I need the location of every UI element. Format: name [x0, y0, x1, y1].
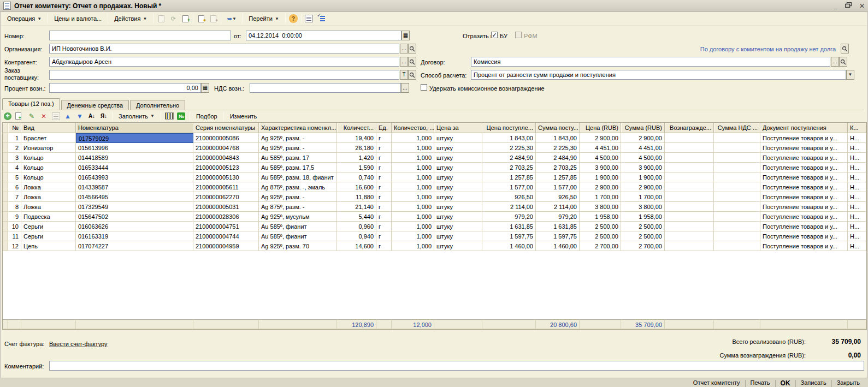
table-cell[interactable]: 1,000	[392, 212, 434, 222]
supplier-order-lookup-button[interactable]	[408, 70, 416, 80]
ok-button[interactable]: OK	[776, 379, 795, 387]
table-cell[interactable]: 11	[8, 231, 21, 241]
table-cell[interactable]: 926,50	[482, 192, 536, 202]
table-cell[interactable]: 2100000004768	[193, 143, 259, 153]
header-cell[interactable]: Вид	[21, 123, 76, 133]
table-cell[interactable]: штуку	[434, 143, 482, 153]
table-cell[interactable]: 1 597,75	[482, 231, 536, 241]
table-cell[interactable]: 016163319	[76, 231, 193, 241]
table-cell[interactable]: 1 460,00	[482, 241, 536, 251]
restore-button[interactable]	[845, 2, 852, 9]
table-cell[interactable]	[665, 153, 714, 163]
table-cell[interactable]: 2 225,30	[536, 143, 580, 153]
pick-button[interactable]: Подбор	[193, 112, 221, 121]
comment-input[interactable]	[49, 361, 864, 371]
table-cell[interactable]: 11,880	[337, 192, 376, 202]
table-cell[interactable]: Н...	[848, 192, 866, 202]
counterparty-ellipsis-button[interactable]: ...	[400, 57, 408, 67]
table-cell[interactable]: штуку	[434, 202, 482, 212]
table-cell[interactable]: 1 257,85	[536, 172, 580, 182]
edit-row-button[interactable]: ✎	[26, 111, 37, 121]
table-cell[interactable]: 1,590	[337, 163, 376, 172]
table-cell[interactable]: Ag 925º, разм. -	[259, 143, 337, 153]
header-cell[interactable]: Количество, ...	[392, 123, 434, 133]
table-cell[interactable]: Цепь	[21, 241, 76, 251]
table-cell[interactable]	[665, 212, 714, 222]
table-cell[interactable]: 2100000005611	[193, 182, 259, 192]
form-settings-button[interactable]	[315, 13, 327, 24]
table-cell[interactable]	[714, 231, 760, 241]
move-down-button[interactable]: ▼	[74, 111, 85, 121]
table-cell[interactable]: Ag 925º, разм. -	[259, 192, 337, 202]
table-cell[interactable]: штуку	[434, 182, 482, 192]
table-cell[interactable]: 1,000	[392, 143, 434, 153]
table-cell[interactable]: Серьги	[21, 222, 76, 231]
header-cell[interactable]	[3, 123, 8, 133]
table-cell[interactable]: 0,960	[337, 222, 376, 231]
table-cell[interactable]: Н...	[848, 143, 866, 153]
table-cell[interactable]: штуку	[434, 133, 482, 143]
table-cell[interactable]: Н...	[848, 222, 866, 231]
supplier-order-type-button[interactable]: T	[400, 70, 408, 80]
table-cell[interactable]	[665, 172, 714, 182]
table-cell[interactable]: Кольцо	[21, 163, 76, 172]
table-cell[interactable]: 015647502	[76, 212, 193, 222]
tab-money[interactable]: Денежные средства	[61, 100, 129, 110]
table-cell[interactable]: 1,000	[392, 192, 434, 202]
table-cell[interactable]: Поступление товаров и у...	[760, 241, 848, 251]
table-cell[interactable]: Ag 925º, разм. 70	[259, 241, 337, 251]
table-cell[interactable]: 017579029	[76, 133, 193, 143]
calc-method-dropdown-button[interactable]: ▼	[846, 70, 854, 80]
table-cell[interactable]: 4 500,00	[580, 153, 621, 163]
table-cell[interactable]: 2 500,00	[580, 231, 621, 241]
table-cell[interactable]: Н...	[848, 163, 866, 172]
vat-input[interactable]	[250, 83, 401, 93]
header-cell[interactable]: Номенклатура	[76, 123, 193, 133]
table-cell[interactable]: 979,20	[536, 212, 580, 222]
table-cell[interactable]	[665, 133, 714, 143]
print-button[interactable]: Печать	[746, 379, 775, 386]
bu-checkbox[interactable]: ✓	[491, 32, 498, 38]
table-cell[interactable]: 10	[8, 222, 21, 231]
table-cell[interactable]	[714, 163, 760, 172]
table-cell[interactable]: 1 900,00	[621, 172, 665, 182]
table-cell[interactable]	[665, 143, 714, 153]
table-cell[interactable]: 1 958,00	[621, 212, 665, 222]
supplier-order-input[interactable]	[49, 70, 399, 80]
table-cell[interactable]: г	[376, 212, 392, 222]
table-cell[interactable]: Ag 875º, разм. -, эмаль	[259, 182, 337, 192]
table-cell[interactable]: 1 460,00	[536, 241, 580, 251]
table-cell[interactable]: Поступление товаров и у...	[760, 153, 848, 163]
table-cell[interactable]: 2 114,00	[482, 202, 536, 212]
table-cell[interactable]: 979,20	[482, 212, 536, 222]
table-cell[interactable]: 6	[8, 182, 21, 192]
table-cell[interactable]: 1 631,85	[482, 222, 536, 231]
table-cell[interactable]: 3 800,00	[580, 202, 621, 212]
table-cell[interactable]: 1,000	[392, 231, 434, 241]
table-cell[interactable]: штуку	[434, 192, 482, 202]
copy-button[interactable]: +	[179, 13, 191, 24]
table-cell[interactable]: Au 585º, разм. 17,5	[259, 163, 337, 172]
post-document-button[interactable]: ●	[195, 13, 207, 24]
table-cell[interactable]: 2100000005031	[193, 202, 259, 212]
table-cell[interactable]: 1 700,00	[580, 192, 621, 202]
number-input[interactable]	[49, 31, 231, 40]
table-cell[interactable]: 2 500,00	[580, 222, 621, 231]
table-cell[interactable]: 2 700,00	[580, 241, 621, 251]
table-cell[interactable]	[3, 192, 8, 202]
table-cell[interactable]: г	[376, 163, 392, 172]
table-cell[interactable]: 3 800,00	[621, 202, 665, 212]
table-cell[interactable]: 3 900,00	[621, 163, 665, 172]
percent-input[interactable]	[49, 83, 201, 93]
table-cell[interactable]: 21,140	[337, 202, 376, 212]
table-cell[interactable]: Поступление товаров и у...	[760, 172, 848, 182]
change-button[interactable]: Изменить	[227, 112, 261, 121]
table-cell[interactable]	[665, 231, 714, 241]
table-cell[interactable]	[714, 192, 760, 202]
table-cell[interactable]	[714, 133, 760, 143]
table-cell[interactable]: 2	[8, 143, 21, 153]
table-cell[interactable]: 12	[8, 241, 21, 251]
close-button[interactable]: ✕	[859, 3, 865, 9]
counterparty-input[interactable]	[49, 57, 399, 67]
table-cell[interactable]	[3, 182, 8, 192]
